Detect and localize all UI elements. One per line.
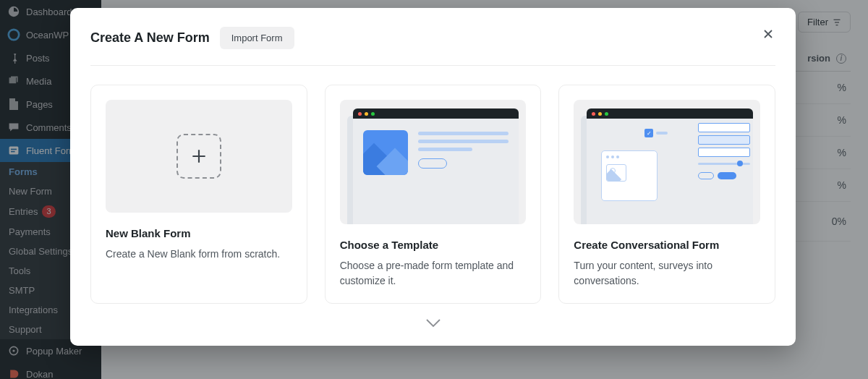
chevron-down-icon <box>425 318 441 328</box>
card-illustration-template <box>340 100 527 224</box>
card-desc: Create a New Blank form from scratch. <box>106 247 292 262</box>
card-desc: Choose a pre-made form template and cust… <box>340 258 527 289</box>
card-choose-template[interactable]: Choose a Template Choose a pre-made form… <box>325 85 542 304</box>
expand-chevron[interactable] <box>90 304 775 328</box>
modal-header: Create A New Form Import Form <box>90 27 775 66</box>
card-conversational-form[interactable]: ✓ <box>558 85 775 304</box>
card-blank-form[interactable]: New Blank Form Create a New Blank form f… <box>90 85 307 304</box>
import-form-button[interactable]: Import Form <box>220 27 294 49</box>
card-illustration-blank <box>106 100 292 213</box>
card-title: Create Conversational Form <box>574 239 760 251</box>
create-form-modal: Create A New Form Import Form New Blank … <box>70 8 796 346</box>
card-row: New Blank Form Create a New Blank form f… <box>90 66 775 304</box>
card-illustration-convo: ✓ <box>574 100 760 224</box>
checkbox-icon: ✓ <box>644 129 653 137</box>
modal-title: Create A New Form <box>90 30 210 46</box>
card-title: New Blank Form <box>106 227 292 239</box>
card-title: Choose a Template <box>340 239 527 251</box>
card-desc: Turn your content, surveys into conversa… <box>574 258 760 289</box>
close-icon <box>763 29 773 39</box>
plus-icon <box>176 134 221 179</box>
close-button[interactable] <box>757 22 780 46</box>
